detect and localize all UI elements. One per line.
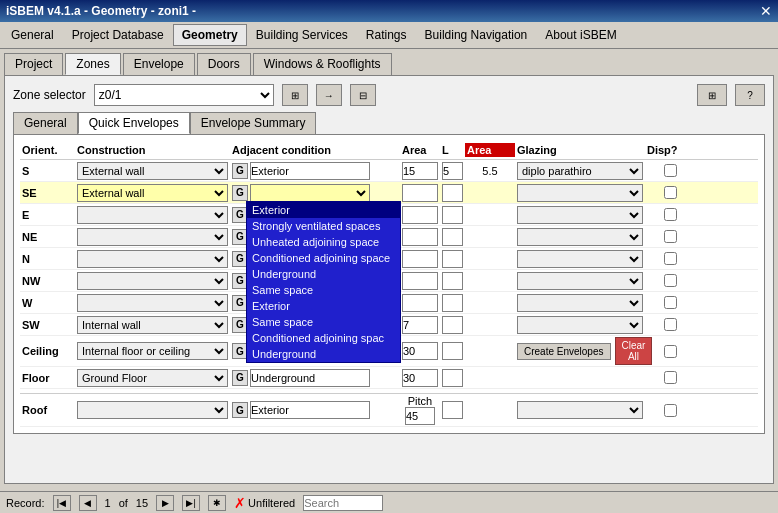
menu-building-services[interactable]: Building Services: [247, 24, 357, 46]
menu-geometry[interactable]: Geometry: [173, 24, 247, 46]
dropdown-item-underground[interactable]: Underground: [247, 266, 400, 282]
glazing-se[interactable]: [515, 183, 645, 203]
zone-nav-prev[interactable]: ⊞: [282, 84, 308, 106]
inner-tab-bar: General Quick Envelopes Envelope Summary: [13, 112, 765, 134]
dropdown-item-same-space[interactable]: Same space: [247, 282, 400, 298]
menu-about[interactable]: About iSBEM: [536, 24, 625, 46]
g-btn-floor[interactable]: G: [232, 370, 248, 386]
adjacent-dropdown-popup[interactable]: Exterior Strongly ventilated spaces Unhe…: [246, 201, 401, 363]
table-row: S External wall G 5.5 diplo parathiro: [20, 160, 758, 182]
top-tab-bar: Project Zones Envelope Doors Windows & R…: [0, 49, 778, 75]
tab-zones[interactable]: Zones: [65, 53, 120, 75]
orient-s: S: [20, 164, 75, 178]
unfiltered-label: Unfiltered: [248, 497, 295, 509]
header-adjacent: Adjacent condition: [230, 143, 400, 157]
dropdown-item-unheated[interactable]: Unheated adjoining space: [247, 234, 400, 250]
inner-tab-general[interactable]: General: [13, 112, 78, 134]
tab-windows-rooflights[interactable]: Windows & Rooflights: [253, 53, 392, 75]
g-btn-s[interactable]: G: [232, 163, 248, 179]
dropdown-item-exterior-1[interactable]: Exterior: [247, 202, 400, 218]
table-row-se: SE External wall G Exterior Strongly ven…: [20, 182, 758, 204]
l-s[interactable]: [440, 161, 465, 181]
status-bar: Record: |◀ ◀ 1 of 15 ▶ ▶| ✱ ✗ Unfiltered: [0, 491, 778, 513]
disp-s[interactable]: [645, 163, 695, 178]
create-envelopes-button[interactable]: Create Envelopes: [517, 343, 611, 360]
record-total: 15: [136, 497, 148, 509]
g-btn-se[interactable]: G: [232, 185, 248, 201]
menu-building-navigation[interactable]: Building Navigation: [416, 24, 537, 46]
header-glazing: Glazing: [515, 143, 645, 157]
inner-tab-quick-envelopes[interactable]: Quick Envelopes: [78, 112, 190, 134]
menu-ratings[interactable]: Ratings: [357, 24, 416, 46]
area-se[interactable]: [400, 183, 440, 203]
header-disp: Disp?: [645, 143, 695, 157]
disp-se[interactable]: [645, 185, 695, 200]
construction-e[interactable]: [75, 205, 230, 225]
title-bar-text: iSBEM v4.1.a - Geometry - zoni1 -: [6, 4, 196, 18]
dropdown-item-exterior-2[interactable]: Exterior: [247, 298, 400, 314]
nav-new[interactable]: ✱: [208, 495, 226, 511]
zone-help-icon[interactable]: ?: [735, 84, 765, 106]
dropdown-item-underground-2[interactable]: Underground: [247, 346, 400, 362]
tab-envelope[interactable]: Envelope: [123, 53, 195, 75]
menu-general[interactable]: General: [2, 24, 63, 46]
nav-next[interactable]: ▶: [156, 495, 174, 511]
header-l: L: [440, 143, 465, 157]
record-label: Record:: [6, 497, 45, 509]
table-row-roof: Roof G Pitch: [20, 393, 758, 427]
close-button[interactable]: ✕: [760, 3, 772, 19]
main-content: Zone selector z0/1 ⊞ → ⊟ ⊞ ? General Qui…: [4, 75, 774, 484]
adjacent-se[interactable]: G Exterior Strongly ventilated spaces Un…: [230, 183, 400, 203]
tab-doors[interactable]: Doors: [197, 53, 251, 75]
area-s[interactable]: [400, 161, 440, 181]
nav-prev[interactable]: ◀: [79, 495, 97, 511]
orient-roof: Roof: [20, 403, 75, 417]
zone-selector-row: Zone selector z0/1 ⊞ → ⊟ ⊞ ?: [13, 84, 765, 106]
table-area: Orient. Construction Adjacent condition …: [13, 134, 765, 434]
orient-e: E: [20, 208, 75, 222]
dropdown-item-strongly-ventilated[interactable]: Strongly ventilated spaces: [247, 218, 400, 234]
area-val-s: 5.5: [465, 164, 515, 178]
dropdown-item-conditioned-2[interactable]: Conditioned adjoining spac: [247, 330, 400, 346]
menu-bar: General Project Database Geometry Buildi…: [0, 22, 778, 49]
dropdown-item-same-space-2[interactable]: Same space: [247, 314, 400, 330]
area-val-se: [465, 192, 515, 194]
zone-table-icon[interactable]: ⊞: [697, 84, 727, 106]
glazing-s[interactable]: diplo parathiro: [515, 161, 645, 181]
header-area-red: Area: [465, 143, 515, 157]
tab-project[interactable]: Project: [4, 53, 63, 75]
zone-selector-dropdown[interactable]: z0/1: [94, 84, 274, 106]
orient-floor: Floor: [20, 371, 75, 385]
zone-nav-next[interactable]: →: [316, 84, 342, 106]
title-bar: iSBEM v4.1.a - Geometry - zoni1 - ✕: [0, 0, 778, 22]
record-of: of: [119, 497, 128, 509]
g-btn-roof[interactable]: G: [232, 402, 248, 418]
orient-sw: SW: [20, 318, 75, 332]
orient-ceiling: Ceiling: [20, 344, 75, 358]
construction-se[interactable]: External wall: [75, 183, 230, 203]
nav-first[interactable]: |◀: [53, 495, 71, 511]
zone-action[interactable]: ⊟: [350, 84, 376, 106]
pitch-label: Pitch: [408, 395, 432, 407]
header-area: Area: [400, 143, 440, 157]
dropdown-item-conditioned[interactable]: Conditioned adjoining space: [247, 250, 400, 266]
table-row-floor: Floor Ground Floor G: [20, 367, 758, 389]
l-se[interactable]: [440, 183, 465, 203]
header-orient: Orient.: [20, 143, 75, 157]
adjacent-s[interactable]: G: [230, 161, 400, 181]
nav-last[interactable]: ▶|: [182, 495, 200, 511]
record-current: 1: [105, 497, 111, 509]
menu-project-database[interactable]: Project Database: [63, 24, 173, 46]
search-input[interactable]: [303, 495, 383, 511]
orient-n: N: [20, 252, 75, 266]
orient-se: SE: [20, 186, 75, 200]
header-construction: Construction: [75, 143, 230, 157]
table-header: Orient. Construction Adjacent condition …: [20, 141, 758, 160]
zone-selector-label: Zone selector: [13, 88, 86, 102]
orient-w: W: [20, 296, 75, 310]
inner-tab-envelope-summary[interactable]: Envelope Summary: [190, 112, 317, 134]
construction-s[interactable]: External wall: [75, 161, 230, 181]
unfiltered-icon: ✗ Unfiltered: [234, 495, 295, 511]
orient-ne: NE: [20, 230, 75, 244]
orient-nw: NW: [20, 274, 75, 288]
